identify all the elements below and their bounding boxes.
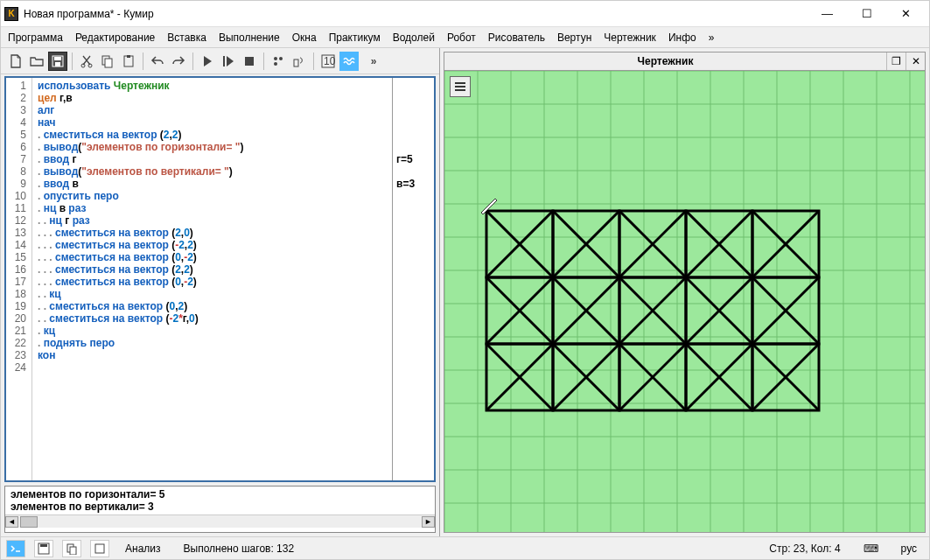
step-button[interactable] xyxy=(219,52,238,71)
code-line[interactable]: . . нц г раз xyxy=(38,214,387,227)
menu-0[interactable]: Программа xyxy=(8,32,63,44)
run-button[interactable] xyxy=(198,52,217,71)
linenum-button[interactable]: 10 xyxy=(318,52,338,71)
close-button[interactable]: ✕ xyxy=(886,2,926,26)
svg-rect-96 xyxy=(95,544,104,553)
code-line[interactable]: . . сместиться на вектор (0,2) xyxy=(38,300,387,312)
statusbar: Анализ Выполнено шагов: 132 Стр: 23, Кол… xyxy=(1,536,929,559)
theme-button[interactable] xyxy=(339,52,359,71)
code-line[interactable]: . . . сместиться на вектор (0,-2) xyxy=(38,276,387,288)
status-steps: Выполнено шагов: 132 xyxy=(177,542,302,555)
canvas-close-button[interactable]: ✕ xyxy=(906,52,925,70)
svg-point-12 xyxy=(279,57,283,60)
save-file-button[interactable] xyxy=(48,52,67,71)
menu-4[interactable]: Окна xyxy=(292,32,317,44)
status-analysis: Анализ xyxy=(118,542,168,555)
menu-8[interactable]: Рисователь xyxy=(488,32,545,44)
svg-rect-6 xyxy=(105,59,112,67)
status-lang: рус xyxy=(894,542,924,555)
svg-text:10: 10 xyxy=(324,55,335,67)
output-panel: элементов по горизонтали= 5элементов по … xyxy=(4,486,436,533)
redo-button[interactable] xyxy=(169,52,188,71)
code-line[interactable]: . поднять перо xyxy=(38,337,387,349)
svg-point-13 xyxy=(274,62,277,66)
canvas-menu-button[interactable] xyxy=(450,76,471,97)
sb-clear-button[interactable] xyxy=(90,540,109,557)
menu-3[interactable]: Выполнение xyxy=(219,32,280,44)
code-line[interactable]: . . сместиться на вектор (-2*г,0) xyxy=(38,312,387,325)
code-line[interactable]: . сместиться на вектор (2,2) xyxy=(38,129,387,141)
titlebar: K Новая программа* - Кумир — ☐ ✕ xyxy=(1,1,929,27)
menu-10[interactable]: Чертежник xyxy=(604,32,656,44)
canvas-title: Чертежник xyxy=(444,55,886,67)
code-line[interactable]: . нц в раз xyxy=(38,202,387,214)
keyboard-icon: ⌨ xyxy=(857,542,885,555)
menu-2[interactable]: Вставка xyxy=(167,32,206,44)
minimize-button[interactable]: — xyxy=(808,2,847,26)
toolbar: 10 » xyxy=(1,48,439,74)
menu-1[interactable]: Редактирование xyxy=(75,32,155,44)
undo-button[interactable] xyxy=(148,52,167,71)
toolbar-overflow-button[interactable]: » xyxy=(364,52,383,71)
sb-console-button[interactable] xyxy=(6,540,25,557)
svg-rect-2 xyxy=(55,62,60,66)
svg-rect-9 xyxy=(223,56,225,66)
code-area[interactable]: использовать Чертежникцел г,валгнач. сме… xyxy=(32,78,392,480)
output-line: элементов по вертикали= 3 xyxy=(10,500,430,513)
code-line[interactable]: . . . сместиться на вектор (2,0) xyxy=(38,227,387,239)
tool-b-button[interactable] xyxy=(290,52,309,71)
canvas-titlebar: Чертежник ❐ ✕ xyxy=(444,52,926,71)
open-file-button[interactable] xyxy=(27,52,46,71)
svg-rect-93 xyxy=(40,544,47,547)
code-line[interactable]: . кц xyxy=(38,325,387,337)
svg-rect-14 xyxy=(294,60,298,66)
sb-save-button[interactable] xyxy=(34,540,53,557)
output-line: элементов по горизонтали= 5 xyxy=(10,488,430,500)
menu-5[interactable]: Практикум xyxy=(329,32,381,44)
svg-rect-1 xyxy=(54,57,61,60)
code-line[interactable]: алг xyxy=(38,104,387,116)
copy-button[interactable] xyxy=(98,52,117,71)
pen-icon xyxy=(479,193,500,214)
svg-point-11 xyxy=(274,57,277,60)
menu-7[interactable]: Робот xyxy=(447,32,476,44)
tool-a-button[interactable] xyxy=(269,52,288,71)
output-hscrollbar[interactable]: ◄► xyxy=(5,514,435,528)
code-line[interactable]: нач xyxy=(38,116,387,129)
code-line[interactable]: . ввод в xyxy=(38,178,387,190)
code-line[interactable]: кон xyxy=(38,349,387,361)
window-title: Новая программа* - Кумир xyxy=(24,8,808,20)
status-cursor-pos: Стр: 23, Кол: 4 xyxy=(762,542,847,555)
cut-button[interactable] xyxy=(77,52,96,71)
code-line[interactable]: . опустить перо xyxy=(38,190,387,202)
code-line[interactable]: . вывод("элементов по горизонтали= ") xyxy=(38,141,387,153)
code-line[interactable]: . ввод г xyxy=(38,153,387,165)
menu-12[interactable]: » xyxy=(709,32,715,44)
new-file-button[interactable] xyxy=(6,52,25,71)
sb-copy-button[interactable] xyxy=(62,540,81,557)
menu-9[interactable]: Вертун xyxy=(557,32,591,44)
code-line[interactable]: . . . сместиться на вектор (0,-2) xyxy=(38,251,387,263)
code-line[interactable]: использовать Чертежник xyxy=(38,80,387,92)
code-line[interactable]: . . кц xyxy=(38,288,387,300)
watch-margin: г=5 в=3 xyxy=(392,78,434,480)
code-line[interactable]: . вывод("элементов по вертикали= ") xyxy=(38,165,387,178)
app-icon: K xyxy=(4,7,18,21)
code-editor[interactable]: 123456789101112131415161718192021222324 … xyxy=(4,76,436,482)
maximize-button[interactable]: ☐ xyxy=(847,2,886,26)
menubar: ПрограммаРедактированиеВставкаВыполнение… xyxy=(1,27,929,48)
code-line[interactable]: . . . сместиться на вектор (-2,2) xyxy=(38,239,387,251)
canvas-restore-button[interactable]: ❐ xyxy=(886,52,906,70)
code-line[interactable]: . . . сместиться на вектор (2,2) xyxy=(38,263,387,276)
code-line[interactable]: цел г,в xyxy=(38,92,387,104)
line-gutter: 123456789101112131415161718192021222324 xyxy=(6,78,32,480)
svg-rect-8 xyxy=(127,55,130,58)
svg-rect-10 xyxy=(245,57,254,66)
menu-6[interactable]: Водолей xyxy=(393,32,435,44)
drawing-canvas[interactable] xyxy=(444,71,926,533)
menu-11[interactable]: Инфо xyxy=(668,32,696,44)
paste-button[interactable] xyxy=(119,52,138,71)
stop-button[interactable] xyxy=(240,52,259,71)
svg-rect-95 xyxy=(70,547,76,555)
